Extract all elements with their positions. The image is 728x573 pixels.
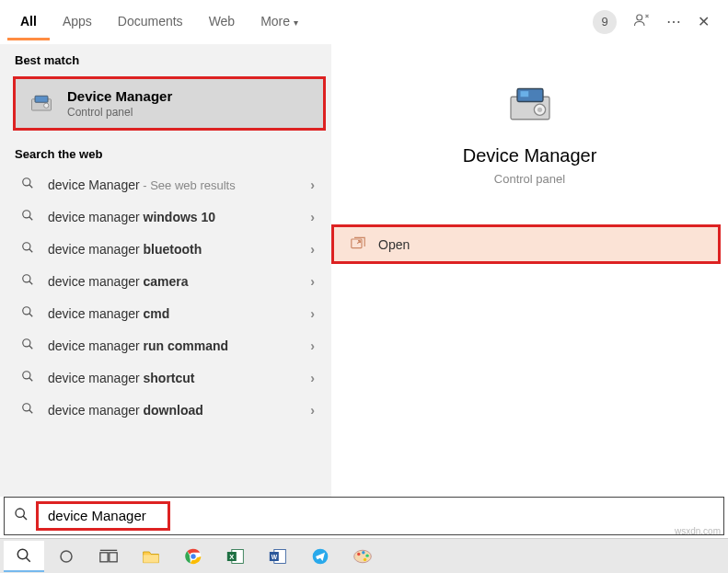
svg-rect-2 [35,96,48,102]
best-match-title: Device Manager [67,88,172,104]
svg-text:W: W [272,553,278,559]
open-action[interactable]: Open [331,224,721,264]
svg-point-19 [17,549,28,559]
preview-title: Device Manager [350,145,710,166]
web-result-text: device manager windows 10 [48,210,303,224]
search-icon [20,177,35,192]
web-result-text: device manager cmd [48,306,303,321]
chevron-right-icon: › [310,242,315,257]
search-input[interactable] [48,508,158,523]
svg-point-6 [23,243,30,250]
web-result-text: device manager bluetooth [48,242,303,257]
open-label: Open [378,237,410,252]
svg-point-3 [44,103,49,108]
taskbar: X W [0,538,728,573]
web-result-1[interactable]: device manager windows 10› [0,201,331,233]
web-result-2[interactable]: device manager bluetooth› [0,233,331,265]
svg-point-9 [23,339,30,347]
search-icon [5,507,38,525]
svg-rect-23 [144,555,159,562]
feedback-icon[interactable] [633,12,650,32]
preview-subtitle: Control panel [350,172,710,186]
svg-point-7 [23,275,30,282]
web-result-text: device manager shortcut [48,371,303,385]
more-options-icon[interactable]: ⋯ [666,13,681,30]
watermark: wsxdn.com [675,526,721,536]
chevron-right-icon: › [310,371,315,385]
svg-point-4 [23,178,30,186]
web-result-text: device manager download [48,403,303,418]
svg-rect-21 [100,552,108,561]
web-result-5[interactable]: device manager run command› [0,329,331,361]
tab-web[interactable]: Web [196,3,248,40]
svg-rect-22 [110,552,117,561]
web-result-7[interactable]: device manager download› [0,394,331,426]
taskbar-taskview[interactable] [88,541,129,572]
search-icon [20,402,35,418]
taskbar-telegram[interactable] [300,541,341,572]
rewards-badge[interactable]: 9 [593,10,617,34]
search-icon [20,370,35,385]
taskbar-word[interactable]: W [258,541,298,572]
tab-all[interactable]: All [7,3,50,40]
svg-point-18 [16,509,24,517]
web-result-0[interactable]: device Manager - See web results› [0,168,331,201]
best-match-subtitle: Control panel [67,106,172,119]
svg-point-16 [537,108,541,112]
taskbar-chrome[interactable] [173,541,214,572]
svg-text:X: X [229,552,234,560]
close-icon[interactable]: ✕ [698,13,710,30]
svg-point-37 [364,557,366,560]
taskbar-paint[interactable] [342,541,383,572]
search-icon [20,209,35,224]
web-result-text: device manager run command [48,338,303,353]
svg-point-0 [637,15,642,20]
svg-point-8 [23,307,30,315]
search-icon [20,273,35,289]
svg-point-10 [23,372,30,379]
device-manager-icon [29,91,54,117]
svg-point-5 [23,211,30,218]
search-icon [20,305,35,321]
svg-point-34 [357,552,360,555]
search-icon [20,338,35,353]
device-manager-large-icon [504,79,556,131]
search-bar[interactable] [4,497,724,535]
web-result-3[interactable]: device manager camera› [0,265,331,297]
web-result-text: device Manager - See web results [48,178,303,192]
best-match-result[interactable]: Device Manager Control panel [13,76,326,131]
svg-point-11 [23,404,30,411]
svg-point-35 [362,551,364,554]
results-panel: Best match Device Manager Control panel … [0,44,331,497]
web-result-text: device manager camera [48,274,303,289]
taskbar-excel[interactable]: X [215,541,256,572]
svg-point-20 [61,551,72,562]
chevron-right-icon: › [310,178,315,192]
open-icon [351,236,365,252]
tab-apps[interactable]: Apps [50,3,105,40]
chevron-right-icon: › [310,306,315,321]
taskbar-explorer[interactable] [131,541,171,572]
search-web-header: Search the web [0,138,331,168]
chevron-right-icon: › [310,274,315,289]
svg-point-36 [365,554,368,556]
search-icon [20,241,35,257]
web-result-6[interactable]: device manager shortcut› [0,361,331,394]
chevron-right-icon: › [310,338,315,353]
chevron-down-icon: ▾ [294,17,298,28]
tab-more[interactable]: More▾ [248,3,311,40]
chevron-right-icon: › [310,403,315,418]
svg-point-25 [191,553,197,559]
web-result-4[interactable]: device manager cmd› [0,297,331,329]
taskbar-cortana[interactable] [46,541,87,572]
chevron-right-icon: › [310,210,315,224]
tab-documents[interactable]: Documents [105,3,196,40]
svg-rect-14 [520,91,528,97]
taskbar-search[interactable] [4,541,44,572]
filter-tabs: All Apps Documents Web More▾ 9 ⋯ ✕ [0,0,728,44]
best-match-header: Best match [0,44,331,74]
preview-panel: Device Manager Control panel Open [331,44,728,497]
